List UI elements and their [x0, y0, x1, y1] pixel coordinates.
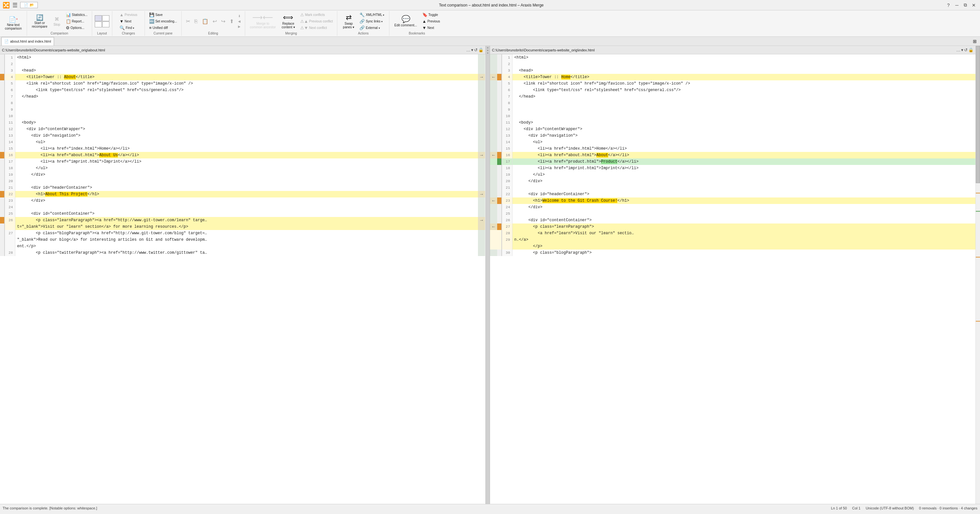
unified-diff-button[interactable]: ≡ Unified diff [148, 25, 179, 31]
edit-btn1[interactable]: ⬇ [236, 14, 242, 19]
right-content-17[interactable]: <li><a href="product.html">Product</a></… [512, 159, 975, 165]
close-button[interactable]: ✕ [970, 2, 977, 9]
right-arrow-23[interactable]: ← [490, 197, 497, 204]
layout-option4-button[interactable] [102, 21, 110, 27]
left-content-26[interactable]: <p class="learnParagraph"><a href="http:… [15, 217, 478, 224]
left-code-scroll[interactable]: 1 <html> 2 [0, 54, 485, 504]
left-content-10[interactable] [15, 113, 478, 119]
layout-option3-button[interactable] [95, 21, 102, 27]
right-content-16[interactable]: <li><a href="about.html">About</a></li> [512, 152, 975, 159]
right-content-21[interactable] [512, 184, 975, 191]
left-content-1[interactable]: <html> [15, 54, 478, 61]
left-lock-icon[interactable]: 🔒 [478, 48, 484, 52]
left-arrow-16[interactable]: → [478, 152, 485, 159]
left-content-15[interactable]: <li><a href="index.html">Home</a></li> [15, 145, 478, 152]
right-refresh-icon[interactable]: ↺ [964, 48, 967, 52]
left-content-19[interactable]: </div> [15, 171, 478, 178]
left-content-4[interactable]: <title>Tower :: About</title> [15, 74, 478, 80]
right-arrow-4[interactable]: ← [490, 74, 497, 80]
xml-html-button[interactable]: 🔧 XML/HTML ▾ [358, 12, 386, 18]
left-content-21[interactable]: <div id="headerContainer"> [15, 184, 478, 191]
left-content-5[interactable]: <link rel="shortcut icon" href="img/favi… [15, 80, 478, 87]
left-content-23[interactable]: </div> [15, 197, 478, 204]
right-content-3[interactable]: <head> [512, 67, 975, 74]
prev-bookmark-button[interactable]: ▲ Previous [421, 18, 442, 24]
sync-links-button[interactable]: 🔗 Sync links ▾ [358, 18, 386, 24]
left-content-27b[interactable]: "_blank">Read our blog</a> for interesti… [15, 236, 478, 243]
left-content-16[interactable]: <li><a href="about.html">About Us</a></l… [15, 152, 478, 159]
right-more-icon[interactable]: … [956, 48, 961, 52]
right-content-15[interactable]: <li><a href="index.html">Home</a></li> [512, 145, 975, 152]
left-more-icon[interactable]: … [466, 48, 471, 52]
tab-action-button[interactable]: ⊞ [971, 37, 979, 45]
left-content-27[interactable]: <p class="blogParagraph"><a href="http:/… [15, 230, 478, 236]
left-arrow-26[interactable]: → [478, 217, 485, 224]
left-content-28[interactable]: <p class="twitterParagraph"><a href="htt… [15, 249, 478, 256]
right-content-13[interactable]: <div id="navigation"> [512, 132, 975, 139]
right-content-19[interactable]: </ul> [512, 171, 975, 178]
right-content-27[interactable]: <p class="learnParagraph"> [512, 224, 975, 230]
minimize-button[interactable]: ─ [953, 2, 961, 9]
merge-to-common-button[interactable]: ⟶⟵ Merge tocommon ancestor [248, 13, 278, 30]
report-button[interactable]: 📋 Report... [64, 18, 89, 24]
save-button[interactable]: 💾 Save [148, 12, 179, 18]
cut-button[interactable]: ✂ [184, 17, 192, 25]
right-content-23[interactable]: <h1>Welcome to the Git Crash Course!</h1… [512, 197, 975, 204]
left-content-2[interactable] [15, 61, 478, 67]
next-bookmark-button[interactable]: ▼ Next [421, 25, 442, 31]
previous-conflict-button[interactable]: ⚠▲ Previous conflict [299, 18, 335, 24]
edit-comment-button[interactable]: 💬 Edit comment... [392, 15, 419, 28]
right-scrollbar[interactable] [975, 46, 980, 504]
new-text-comparison-button[interactable]: 📄+ New text comparison [3, 16, 24, 31]
redo-button[interactable]: ↪ [220, 17, 227, 25]
statistics-button[interactable]: 📊 Statistics... [64, 12, 89, 18]
left-arrow-4[interactable]: → [478, 74, 485, 80]
set-encoding-button[interactable]: 🔤 Set encoding... [148, 18, 179, 24]
left-content-8[interactable] [15, 100, 478, 106]
right-content-6[interactable]: <link type="text/css" rel="stylesheet" h… [512, 87, 975, 94]
right-lock-icon[interactable]: 🔒 [968, 48, 974, 52]
left-content-7[interactable]: </head> [15, 94, 478, 100]
right-content-8[interactable] [512, 100, 975, 106]
right-dropdown-icon[interactable]: ▾ [961, 48, 963, 52]
right-content-30[interactable]: <p class="blogParagraph"> [512, 249, 975, 256]
right-content-14[interactable]: <ul> [512, 139, 975, 145]
left-refresh-icon[interactable]: ↺ [474, 48, 477, 52]
paste-button[interactable]: 📋 [200, 17, 210, 25]
undo-button[interactable]: ↩ [211, 17, 218, 25]
previous-change-button[interactable]: ▲ Previous [118, 12, 139, 18]
right-code-scroll[interactable]: 1 <html> 2 [490, 54, 975, 504]
right-content-7[interactable]: </head> [512, 94, 975, 100]
right-content-1[interactable]: <html> [512, 54, 975, 61]
stop-button[interactable]: ✖ Stop [51, 15, 63, 27]
document-tab[interactable]: 📄 about.html and index.html [1, 37, 54, 46]
right-arrow-16[interactable]: ← [490, 152, 497, 159]
left-dropdown-icon[interactable]: ▾ [471, 48, 473, 52]
right-content-2[interactable] [512, 61, 975, 67]
right-arrow-27[interactable]: ← [490, 224, 497, 230]
right-content-10[interactable] [512, 113, 975, 119]
left-content-26b[interactable]: t="_blank">Visit our "learn" section</a>… [15, 224, 478, 230]
left-content-11[interactable]: <body> [15, 119, 478, 126]
mark-conflicts-button[interactable]: ⚠ Mark conflicts [299, 12, 335, 18]
edit-btn2[interactable]: ◀ [236, 19, 242, 24]
hamburger-menu[interactable]: ☰ [13, 2, 18, 9]
right-content-20[interactable]: </div> [512, 178, 975, 184]
left-content-20[interactable] [15, 178, 478, 184]
copy-button[interactable]: ⎘ [193, 18, 199, 25]
toggle-bookmark-button[interactable]: 🔖 Toggle [421, 12, 442, 18]
start-recompare-button[interactable]: 🔄 Start orrecompare [30, 14, 50, 29]
cursor-button[interactable]: ⬆ [228, 17, 235, 25]
restore-button[interactable]: ⧉ [962, 2, 969, 9]
left-arrow-22[interactable]: → [478, 191, 485, 197]
edit-btn3[interactable]: ▶ [236, 24, 242, 29]
right-content-12[interactable]: <div id="contentWrapper"> [512, 126, 975, 132]
replace-content-button[interactable]: ⟺ Replacecontent ▾ [279, 13, 297, 30]
layout-option2-button[interactable] [102, 15, 110, 21]
right-content-29[interactable]: n.</a> [512, 236, 975, 243]
right-content-26[interactable]: <div id="contentContainer"> [512, 217, 975, 224]
right-content-22[interactable]: <div id="headerContainer"> [512, 191, 975, 197]
left-content-13[interactable]: <div id="navigation"> [15, 132, 478, 139]
swap-panes-button[interactable]: ⇄ Swappanes ▾ [340, 13, 356, 30]
next-change-button[interactable]: ▼ Next [118, 18, 139, 24]
